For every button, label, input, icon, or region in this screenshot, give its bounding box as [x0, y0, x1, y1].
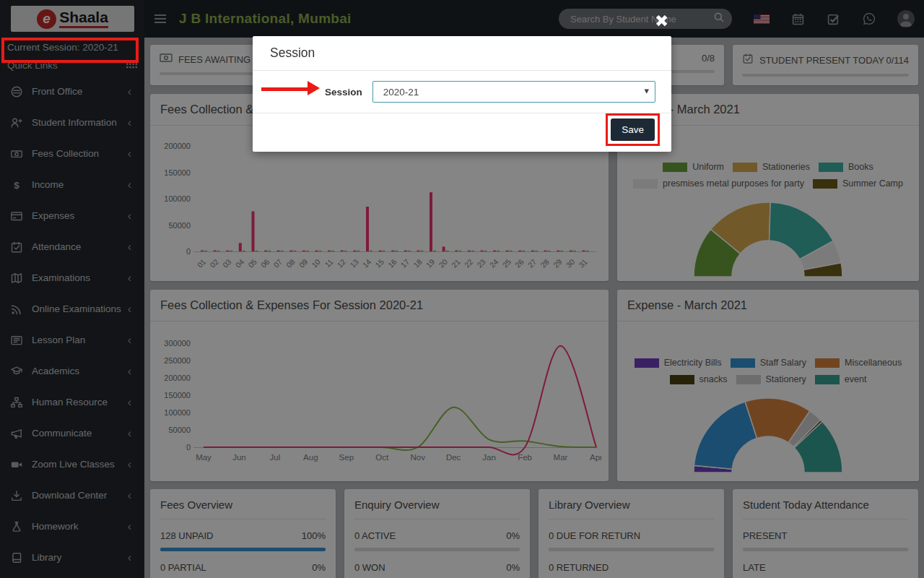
- session-field-label: Session: [325, 87, 362, 98]
- modal-title: Session: [253, 36, 671, 71]
- close-icon[interactable]: ✖: [655, 12, 668, 31]
- annotation-save-box: Save: [606, 113, 660, 146]
- session-modal: Session Session 2020-21 ▾ Save: [253, 36, 671, 152]
- session-select[interactable]: 2020-21: [372, 81, 655, 103]
- save-button[interactable]: Save: [611, 118, 655, 141]
